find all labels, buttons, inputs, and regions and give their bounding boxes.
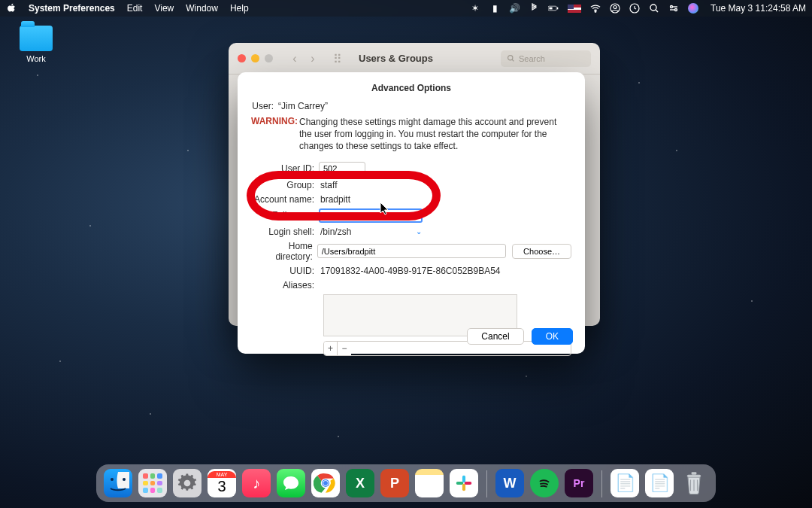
dock-app-powerpoint[interactable]: P bbox=[380, 469, 409, 497]
dock-app-word[interactable]: W bbox=[495, 469, 524, 497]
svg-rect-18 bbox=[456, 482, 464, 485]
svg-point-11 bbox=[111, 478, 114, 481]
minimize-button[interactable] bbox=[251, 54, 259, 62]
close-button[interactable] bbox=[238, 54, 246, 62]
svg-rect-21 bbox=[687, 475, 701, 477]
battery-icon[interactable] bbox=[548, 3, 559, 14]
account-name-label: Account name: bbox=[251, 194, 319, 205]
ok-button[interactable]: OK bbox=[532, 328, 573, 345]
remove-alias-button[interactable]: − bbox=[338, 342, 351, 355]
dock-app-finder[interactable] bbox=[104, 469, 132, 497]
svg-rect-1 bbox=[549, 8, 552, 10]
battery-widget-icon[interactable]: ▮ bbox=[489, 3, 500, 14]
window-title: Users & Groups bbox=[359, 53, 433, 64]
menubar-item-window[interactable]: Window bbox=[186, 3, 218, 14]
dock-app-launchpad[interactable] bbox=[138, 469, 167, 497]
spotlight-icon[interactable] bbox=[649, 3, 659, 14]
back-button[interactable]: ‹ bbox=[286, 50, 303, 67]
home-dir-label: Home directory: bbox=[251, 241, 317, 262]
menubar-item-help[interactable]: Help bbox=[230, 3, 249, 14]
login-shell-label: Login shell: bbox=[251, 227, 319, 237]
wifi-icon[interactable] bbox=[590, 3, 601, 14]
dock-app-system-preferences[interactable] bbox=[173, 469, 201, 497]
dock: MAY3 ♪ X P W Pr 📄 📄 bbox=[96, 464, 716, 502]
dock-app-excel[interactable]: X bbox=[346, 469, 374, 497]
search-field[interactable]: Search bbox=[501, 50, 591, 67]
dock-app-calendar[interactable]: MAY3 bbox=[208, 469, 236, 497]
user-id-input[interactable] bbox=[319, 162, 365, 176]
dock-app-slack[interactable] bbox=[450, 469, 478, 497]
warning-text: Changing these settings might damage thi… bbox=[299, 116, 571, 153]
svg-point-10 bbox=[508, 56, 513, 60]
zoom-button[interactable] bbox=[265, 54, 273, 62]
menubar-app-name[interactable]: System Preferences bbox=[29, 3, 115, 14]
advanced-options-sheet: Advanced Options User: “Jim Carrey” WARN… bbox=[238, 72, 585, 354]
group-value: staff bbox=[319, 180, 337, 190]
svg-point-9 bbox=[675, 9, 677, 11]
sheet-title: Advanced Options bbox=[251, 83, 571, 93]
show-all-icon[interactable]: ⠿ bbox=[333, 52, 347, 65]
volume-icon[interactable]: 🔊 bbox=[509, 3, 520, 14]
svg-rect-19 bbox=[462, 484, 465, 491]
dock-app-chrome[interactable] bbox=[311, 469, 340, 497]
menubar: System Preferences Edit View Window Help… bbox=[0, 0, 812, 17]
full-name-label: Full name: bbox=[251, 210, 319, 221]
folder-icon bbox=[20, 26, 53, 51]
dock-separator bbox=[601, 470, 602, 497]
svg-point-8 bbox=[671, 6, 673, 8]
search-placeholder: Search bbox=[519, 54, 545, 63]
window-traffic-lights bbox=[238, 54, 273, 62]
search-icon bbox=[507, 54, 515, 62]
add-alias-button[interactable]: + bbox=[324, 342, 338, 355]
group-label: Group: bbox=[251, 180, 319, 190]
choose-button[interactable]: Choose… bbox=[512, 244, 571, 259]
cancel-button[interactable]: Cancel bbox=[467, 328, 523, 345]
uuid-value: 17091832-4A00-49B9-917E-86C052B9BA54 bbox=[319, 266, 501, 276]
apple-menu-icon[interactable] bbox=[6, 3, 17, 14]
menubar-item-edit[interactable]: Edit bbox=[127, 3, 143, 14]
svg-rect-20 bbox=[465, 482, 472, 485]
user-id-label: User ID: bbox=[251, 163, 319, 174]
calendar-day: 3 bbox=[217, 478, 226, 495]
dock-separator bbox=[486, 470, 487, 497]
bluetooth-icon[interactable] bbox=[529, 3, 539, 14]
menubar-item-view[interactable]: View bbox=[154, 3, 174, 14]
timemachine-icon[interactable] bbox=[629, 3, 640, 14]
menubar-clock[interactable]: Tue May 3 11:24:58 AM bbox=[710, 3, 806, 14]
calendar-month: MAY bbox=[208, 471, 236, 478]
svg-point-7 bbox=[650, 5, 656, 11]
user-value: “Jim Carrey” bbox=[278, 101, 571, 111]
dock-app-music[interactable]: ♪ bbox=[242, 469, 271, 497]
forward-button[interactable]: › bbox=[304, 50, 321, 67]
dock-app-premiere[interactable]: Pr bbox=[565, 469, 593, 497]
siri-icon[interactable] bbox=[688, 3, 698, 14]
svg-point-5 bbox=[614, 6, 617, 9]
dock-doc-2[interactable]: 📄 bbox=[645, 469, 674, 497]
user-icon[interactable] bbox=[610, 3, 620, 14]
svg-point-16 bbox=[323, 481, 328, 485]
svg-rect-22 bbox=[692, 472, 697, 474]
dock-app-messages[interactable] bbox=[277, 469, 305, 497]
aliases-label: Aliases: bbox=[251, 280, 319, 291]
control-center-icon[interactable] bbox=[668, 3, 679, 14]
dock-doc-1[interactable]: 📄 bbox=[611, 469, 639, 497]
full-name-input[interactable] bbox=[319, 208, 423, 223]
home-dir-input[interactable] bbox=[317, 244, 506, 258]
flag-icon[interactable] bbox=[568, 5, 581, 13]
svg-point-12 bbox=[123, 478, 126, 481]
warning-label: WARNING: bbox=[251, 116, 299, 126]
desktop-folder-work[interactable]: Work bbox=[14, 26, 59, 63]
window-titlebar: ‹ › ⠿ Users & Groups Search bbox=[229, 43, 600, 75]
account-name-value: bradpitt bbox=[319, 194, 350, 205]
dock-app-spotify[interactable] bbox=[530, 469, 559, 497]
svg-rect-2 bbox=[557, 8, 558, 10]
chevron-down-icon[interactable]: ⌄ bbox=[416, 227, 422, 236]
svg-point-3 bbox=[595, 11, 596, 13]
login-shell-value[interactable]: /bin/zsh bbox=[319, 227, 351, 237]
uuid-label: UUID: bbox=[251, 266, 319, 276]
dock-app-notes[interactable] bbox=[415, 469, 444, 497]
svg-rect-17 bbox=[462, 476, 465, 483]
dropbox-icon[interactable]: ✶ bbox=[470, 3, 480, 14]
desktop-folder-label: Work bbox=[14, 54, 59, 63]
dock-trash[interactable] bbox=[680, 469, 708, 497]
